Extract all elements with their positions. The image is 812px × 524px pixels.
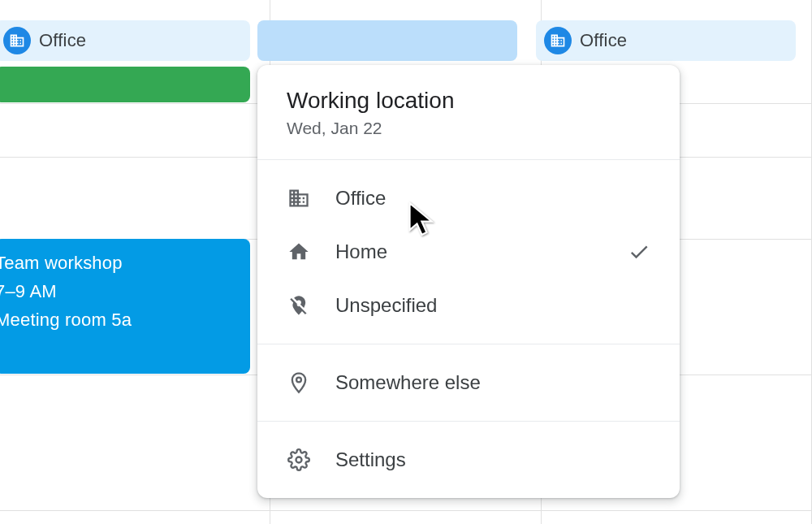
- option-label: Unspecified: [335, 294, 650, 317]
- office-icon: [544, 27, 572, 54]
- event-team-workshop[interactable]: Team workshop 7–9 AM Meeting room 5a: [0, 239, 250, 374]
- home-icon: [287, 240, 311, 264]
- option-settings[interactable]: Settings: [257, 433, 680, 487]
- popover-header: Working location Wed, Jan 22: [257, 65, 680, 160]
- location-chip-label: Office: [580, 30, 627, 51]
- option-home[interactable]: Home: [257, 225, 680, 279]
- location-chip-day2-active[interactable]: [257, 20, 517, 61]
- pin-icon: [287, 370, 311, 395]
- calendar-grid: Office Office Team workshop 7–9 AM Meeti…: [0, 0, 812, 524]
- check-icon: [628, 240, 650, 263]
- gear-icon: [287, 448, 311, 472]
- option-label: Settings: [335, 448, 650, 471]
- allday-event[interactable]: [0, 67, 250, 102]
- location-chip-day3[interactable]: Office: [536, 20, 796, 61]
- option-label: Somewhere else: [335, 371, 650, 394]
- svg-point-0: [296, 378, 301, 383]
- event-title: Team workshop: [0, 249, 250, 277]
- option-somewhere-else[interactable]: Somewhere else: [257, 356, 680, 409]
- option-unspecified[interactable]: Unspecified: [257, 279, 680, 332]
- working-location-popover: Working location Wed, Jan 22 Office Home: [257, 65, 680, 498]
- location-chip-day1[interactable]: Office: [0, 20, 250, 61]
- location-chip-row: Office Office: [0, 20, 812, 61]
- popover-section-locations: Office Home Unspecified: [257, 160, 680, 344]
- option-office[interactable]: Office: [257, 171, 680, 225]
- office-icon: [287, 186, 311, 210]
- popover-date: Wed, Jan 22: [287, 119, 650, 138]
- option-label: Home: [335, 240, 650, 263]
- event-time: 7–9 AM: [0, 277, 250, 305]
- office-icon: [3, 27, 31, 54]
- location-off-icon: [287, 293, 311, 318]
- svg-point-1: [296, 457, 302, 463]
- event-room: Meeting room 5a: [0, 305, 250, 334]
- location-chip-label: Office: [39, 30, 86, 51]
- popover-section-settings: Settings: [257, 422, 680, 498]
- popover-section-other: Somewhere else: [257, 344, 680, 422]
- popover-title: Working location: [287, 88, 650, 114]
- option-label: Office: [335, 187, 650, 210]
